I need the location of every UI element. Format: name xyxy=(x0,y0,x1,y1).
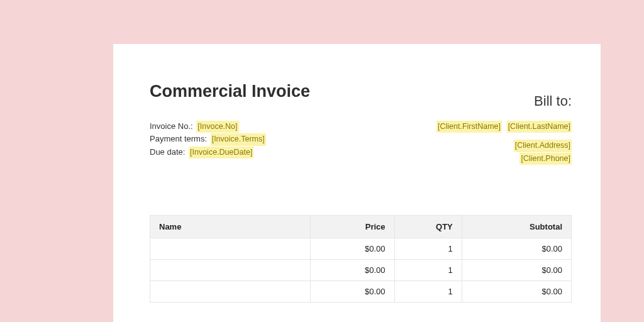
cell-qty: 1 xyxy=(394,260,462,281)
bill-to-heading: Bill to: xyxy=(534,93,572,109)
cell-subtotal: $0.00 xyxy=(462,260,571,281)
cell-qty: 1 xyxy=(394,238,462,260)
cell-subtotal: $0.00 xyxy=(462,238,571,260)
table-row: $0.00 1 $0.00 xyxy=(150,281,572,303)
due-date-token: [Invoice.DueDate] xyxy=(189,147,253,158)
cell-name xyxy=(150,281,311,303)
cell-name xyxy=(150,260,311,281)
line-items-table: Name Price QTY Subtotal $0.00 1 $0.00 $0… xyxy=(150,215,572,303)
payment-terms-label: Payment terms: xyxy=(150,134,207,143)
col-header-price: Price xyxy=(310,216,394,238)
client-meta: [Client.FirstName] [Client.LastName] [Cl… xyxy=(434,120,572,165)
page-title: Commercial Invoice xyxy=(150,82,310,101)
invoice-no-label: Invoice No.: xyxy=(150,121,193,131)
invoice-no-token: [Invoce.No] xyxy=(196,121,238,133)
client-address-token: [Client.Address] xyxy=(514,140,572,152)
due-date-label: Due date: xyxy=(150,147,185,157)
client-first-name-token: [Client.FirstName] xyxy=(436,121,502,133)
cell-name xyxy=(150,238,311,260)
col-header-name: Name xyxy=(150,216,311,238)
invoice-page: Commercial Invoice Bill to: Invoice No.:… xyxy=(113,44,601,322)
client-last-name-token: [Client.LastName] xyxy=(507,121,572,133)
table-row: $0.00 1 $0.00 xyxy=(150,260,572,281)
meta-row: Invoice No.: [Invoce.No] Payment terms: … xyxy=(150,120,572,165)
header-row: Commercial Invoice Bill to: xyxy=(150,82,572,120)
cell-price: $0.00 xyxy=(310,238,394,260)
cell-subtotal: $0.00 xyxy=(462,281,571,303)
col-header-subtotal: Subtotal xyxy=(462,216,571,238)
payment-terms-token: [Invoice.Terms] xyxy=(211,133,266,145)
cell-qty: 1 xyxy=(394,281,462,303)
cell-price: $0.00 xyxy=(310,281,394,303)
table-header-row: Name Price QTY Subtotal xyxy=(150,216,572,238)
client-phone-token: [Client.Phone] xyxy=(519,153,572,165)
invoice-meta: Invoice No.: [Invoce.No] Payment terms: … xyxy=(150,120,266,158)
cell-price: $0.00 xyxy=(310,260,394,281)
col-header-qty: QTY xyxy=(394,216,462,238)
table-row: $0.00 1 $0.00 xyxy=(150,238,572,260)
